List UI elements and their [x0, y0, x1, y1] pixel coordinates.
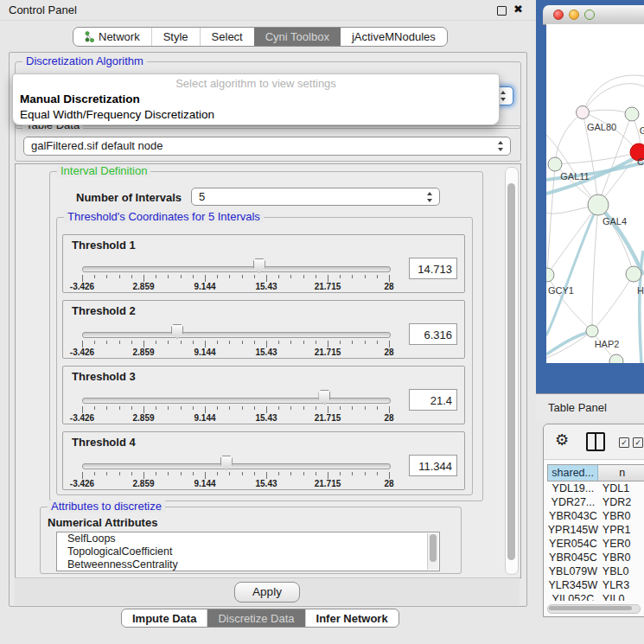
popup-option-equal-width-frequency[interactable]: Equal Width/Frequency Discretization [13, 107, 499, 123]
table-cell: YLR345W [547, 578, 599, 592]
network-icon [85, 31, 94, 42]
network-edge[interactable] [555, 112, 583, 164]
table-row[interactable]: YIL052CYIL0 [547, 592, 644, 601]
tick-label: 9.144 [194, 348, 215, 357]
slider-track[interactable] [82, 332, 391, 338]
threshold-value-field[interactable]: 6.316 [409, 323, 457, 345]
column-header-name[interactable]: n [598, 465, 644, 481]
interval-definition-label: Interval Definition [57, 165, 150, 177]
tab-style[interactable]: Style [151, 28, 200, 46]
threshold-value-field[interactable]: 14.713 [409, 258, 457, 279]
list-scrollbar-thumb[interactable] [430, 534, 437, 562]
table-row[interactable]: YBR045CYBR0 [547, 551, 644, 564]
list-item[interactable]: BetweennessCentrality [57, 558, 439, 571]
control-panel: Control Panel ✖ NetworkStyleSelectCyni T… [0, 0, 536, 644]
network-edge[interactable] [592, 205, 598, 331]
vertical-scrollbar[interactable] [505, 167, 519, 575]
gear-icon[interactable]: ⚙ [555, 431, 569, 449]
mac-close-button[interactable] [553, 10, 564, 20]
network-edge[interactable] [546, 331, 592, 358]
threshold-title: Threshold 2 [72, 304, 136, 317]
vertical-scrollbar-thumb[interactable] [507, 183, 515, 560]
node-label: G [640, 125, 644, 136]
bottom-tab-bar: Impute DataDiscretize DataInfer Network [121, 609, 399, 628]
threshold-value-field[interactable]: 11.344 [409, 455, 457, 476]
slider-track[interactable] [82, 463, 391, 469]
table-row[interactable]: YDL19...YDL1 [547, 481, 644, 495]
network-node-g[interactable] [625, 107, 639, 121]
network-edge-thick[interactable] [546, 331, 592, 354]
network-canvas[interactable]: GAL80GCGAL11GAL4GCY1HHAP2 [546, 24, 644, 363]
network-edge[interactable] [583, 110, 632, 114]
network-edge-thick[interactable] [640, 251, 643, 363]
table-row[interactable]: YBL079WYBL0 [547, 564, 644, 578]
node-label: HAP2 [595, 339, 620, 349]
network-edge[interactable] [598, 205, 634, 274]
mac-zoom-button[interactable] [584, 10, 595, 20]
horizontal-scrollbar[interactable] [547, 604, 641, 614]
tab-cyni-toolbox[interactable]: Cyni Toolbox [254, 28, 341, 46]
table-data-combobox[interactable]: galFiltered.sif default node [23, 137, 511, 156]
tab-network[interactable]: Network [73, 28, 151, 46]
network-edge[interactable] [592, 274, 634, 331]
network-edge-thick[interactable] [546, 205, 598, 335]
table-cell: YDL1 [599, 481, 644, 495]
settings-scrollpane: Interval Definition Number of Intervals … [15, 163, 521, 578]
tab-discretize-data[interactable]: Discretize Data [207, 609, 304, 627]
table-row[interactable]: YPR145WYPR1 [547, 523, 644, 537]
node-label: C [637, 156, 644, 167]
tick-label: -3.426 [70, 479, 94, 488]
network-graph[interactable]: GAL80GCGAL11GAL4GCY1HHAP2 [546, 24, 644, 363]
tick-label: 15.43 [255, 348, 277, 357]
close-icon[interactable]: ✖ [513, 3, 523, 16]
tab-select[interactable]: Select [200, 28, 254, 46]
apply-button[interactable]: Apply [234, 582, 300, 603]
top-tab-bar: NetworkStyleSelectCyni ToolboxjActiveMNo… [73, 27, 448, 47]
numerical-attributes-list[interactable]: SelfLoopsTopologicalCoefficientBetweenne… [56, 532, 440, 571]
network-node-gal4[interactable] [588, 194, 609, 215]
node-table: shared... n YDL19...YDL1YDR27...YDR2YBR0… [547, 464, 644, 601]
network-node-h[interactable] [626, 266, 641, 282]
network-node-gcy1[interactable] [546, 268, 554, 282]
list-item[interactable]: SelfLoops [57, 532, 439, 545]
combo-stepper-icon [498, 141, 504, 151]
threshold-value-field[interactable]: 21.4 [409, 389, 457, 411]
tab-label: Style [163, 30, 188, 43]
number-of-intervals-combobox[interactable]: 5 [191, 188, 440, 206]
right-panel: GAL80GCGAL11GAL4GCY1HHAP2 Table Panel ⚙ … [536, 0, 644, 644]
column-header-shared-name[interactable]: shared... [548, 465, 598, 481]
float-window-icon[interactable] [497, 6, 507, 16]
list-item[interactable]: TopologicalCoefficient [57, 545, 439, 558]
table-row[interactable]: YER054CYER0 [547, 537, 644, 551]
tick-label: 2.859 [132, 282, 154, 291]
table-row[interactable]: YBR043CYBR0 [547, 509, 644, 523]
network-node-gal80[interactable] [577, 106, 590, 119]
columns-icon[interactable] [586, 432, 605, 451]
interval-definition-group: Interval Definition Number of Intervals … [49, 171, 483, 501]
network-edge[interactable] [547, 205, 598, 275]
attributes-to-discretize-group: Attributes to discretize Numerical Attri… [40, 507, 462, 574]
popup-option-manual-discretization[interactable]: Manual Discretization [13, 92, 499, 107]
network-node-hap2[interactable] [586, 325, 598, 337]
network-edge[interactable] [547, 275, 592, 331]
tab-infer-network[interactable]: Infer Network [305, 609, 399, 627]
checkbox-icon[interactable]: ✓ [633, 437, 643, 448]
horizontal-scrollbar-thumb[interactable] [549, 606, 632, 610]
checkbox-icon[interactable]: ✓ [619, 437, 629, 448]
slider-track[interactable] [82, 398, 391, 404]
list-scrollbar[interactable] [427, 533, 438, 570]
network-edge[interactable] [583, 75, 644, 112]
slider-track[interactable] [82, 266, 391, 272]
tick-label: 21.715 [315, 348, 341, 357]
threshold-title: Threshold 1 [72, 239, 136, 252]
mac-minimize-button[interactable] [569, 10, 579, 20]
table-cell: YIL0 [599, 592, 644, 601]
table-row[interactable]: YDR27...YDR2 [547, 495, 644, 509]
tab-impute-data[interactable]: Impute Data [122, 609, 207, 627]
table-row[interactable]: YLR345WYLR3 [547, 578, 644, 592]
tick-label: 21.715 [315, 282, 341, 291]
network-window-titlebar[interactable] [543, 5, 644, 25]
node-label: GAL4 [603, 216, 627, 226]
network-node-gal11[interactable] [548, 157, 562, 171]
tab-jactivemnodules[interactable]: jActiveMNodules [341, 28, 447, 46]
